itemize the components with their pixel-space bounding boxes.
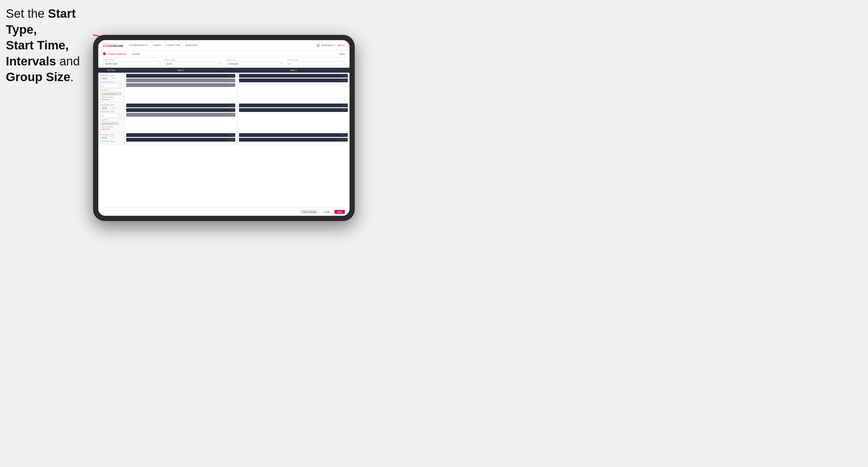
player-remove-icon[interactable]: ✕ — [229, 104, 231, 107]
player-avatar — [344, 134, 347, 136]
player-remove-icon[interactable]: ✕ — [342, 75, 343, 77]
player-row: ✕ — [239, 79, 348, 82]
page-header: C Clippd Invitational... / Hosting ‹ Bac… — [98, 51, 349, 57]
starting-time-input-1[interactable] — [101, 77, 112, 80]
starting-hole-label-2: STARTING HOLE: — [101, 111, 122, 113]
course-edit-2[interactable]: ▾ — [117, 122, 118, 124]
team1-col-1: ✕ ✕ ✕ — [124, 73, 237, 102]
player-row: ✕ — [126, 74, 235, 77]
nav-tab-committee[interactable]: COMMITTEE — [166, 43, 181, 47]
cancel-button[interactable]: Cancel — [321, 210, 333, 214]
chevron-down-icon: ▾ — [119, 114, 120, 117]
remove-group-btn-2[interactable]: ○ Remove Group — [101, 126, 122, 128]
save-button[interactable]: Save — [334, 210, 345, 214]
player-avatar — [344, 139, 347, 141]
footer-bar: Reset Changes Cancel Save — [98, 208, 349, 216]
player-remove-icon[interactable]: ✕ — [342, 139, 343, 141]
add-group-btn-2[interactable]: + Add Group — [101, 128, 122, 130]
player-avatar — [232, 104, 234, 107]
group-row-1: STARTING TIME: ⏱ STARTING HOLE: 1 ▾ COUR… — [98, 73, 349, 102]
starting-hole-select-1[interactable]: 1 ▾ — [101, 84, 122, 88]
back-button[interactable]: ‹ Back — [338, 53, 345, 55]
breadcrumb: C Clippd Invitational... / Hosting — [103, 52, 140, 55]
table-header: Tee Time Team 1 Team 2 — [98, 68, 349, 73]
start-time-input[interactable]: 10:00 🕐 — [164, 61, 222, 66]
start-type-select[interactable]: 1st Tee Start ▾ — [103, 61, 161, 66]
remove-group-btn-1[interactable]: ○ Remove Group — [101, 96, 122, 98]
player-remove-icon[interactable]: ✕ — [229, 84, 231, 86]
clock-icon: 🕐 — [218, 63, 220, 65]
player-avatar — [232, 75, 234, 77]
course-tag-1: ⛳ (A) Peachtree GC ✕ ▾ — [101, 92, 122, 95]
player-remove-icon[interactable]: ✕ — [342, 134, 343, 136]
starting-hole-label-1: STARTING HOLE: — [101, 81, 122, 83]
player-remove-icon[interactable]: ✕ — [229, 109, 231, 112]
starting-time-label-2: STARTING TIME: — [101, 104, 122, 106]
avatar — [316, 43, 320, 47]
start-time-label: Start Time — [164, 59, 222, 61]
nav-tab-rankings[interactable]: RANKINGS — [185, 43, 198, 47]
player-avatar — [344, 104, 347, 107]
user-email: blair@clippd.io — [321, 44, 334, 46]
player-remove-icon[interactable]: ✕ — [229, 134, 231, 136]
group-size-select[interactable]: 3 ▾ — [287, 61, 345, 66]
clock-icon-3: ⏱ — [113, 137, 115, 139]
player-row: ✕ — [239, 74, 348, 77]
tablet-device: Powered by clipp... SCOREBOARD TOURNAMEN… — [93, 35, 355, 221]
player-remove-icon[interactable]: ✕ — [229, 80, 231, 82]
clock-icon-2: ⏱ — [113, 107, 115, 109]
player-remove-icon[interactable]: ✕ — [342, 104, 343, 107]
player-remove-icon[interactable]: ✕ — [229, 139, 231, 141]
starting-time-label-3: STARTING TIME: — [101, 134, 122, 135]
player-row: ✕ — [126, 79, 235, 82]
course-edit-1[interactable]: ▾ — [120, 93, 121, 95]
player-avatar — [232, 134, 234, 136]
app-logo: Powered by clipp... SCOREBOARD — [103, 43, 123, 48]
breadcrumb-tournament[interactable]: Clippd Invitational... — [107, 53, 128, 55]
start-type-label: Start Type — [103, 59, 161, 61]
clock-icon-1: ⏱ — [113, 77, 115, 80]
player-avatar — [344, 109, 347, 112]
brand-logo: C — [103, 52, 106, 55]
nav-tab-teams[interactable]: TEAMS — [153, 43, 161, 47]
player-row: ✕ — [126, 108, 235, 112]
add-group-btn-1[interactable]: + Add Group — [101, 99, 122, 100]
starting-time-row-3: ⏱ — [101, 136, 122, 139]
team2-col-2: ✕ ✕ — [237, 102, 350, 132]
starting-time-row-1: ⏱ — [101, 77, 122, 80]
player-row: ✕ — [239, 108, 348, 112]
starting-time-input-2[interactable] — [101, 106, 112, 110]
group-left-3: STARTING TIME: ⏱ STARTING HOLE: — [98, 132, 124, 144]
starting-time-input-3[interactable] — [101, 136, 112, 139]
starting-time-label-1: STARTING TIME: — [101, 74, 122, 76]
player-remove-icon[interactable]: ✕ — [342, 80, 343, 82]
team2-col-3: ✕ ✕ — [237, 132, 350, 144]
player-row-empty: ✕ — [126, 113, 235, 117]
course-tag-2: ⛳ East Lake GC ✕ ▾ — [101, 122, 119, 125]
player-remove-icon[interactable]: ✕ — [342, 109, 343, 112]
player-remove-icon[interactable]: ✕ — [229, 75, 231, 77]
annotation-text: Set the Start Type, Start Time, Interval… — [6, 6, 87, 85]
player-remove-icon[interactable]: ✕ — [229, 114, 231, 116]
start-type-group: Start Type 1st Tee Start ▾ — [103, 59, 161, 66]
nav-tabs: TOURNAMENTS TEAMS COMMITTEE RANKINGS — [129, 43, 316, 47]
intervals-select[interactable]: 10 Minutes ▾ — [226, 61, 283, 66]
player-row: ✕ — [126, 133, 235, 137]
player-avatar — [232, 109, 234, 112]
team2-col-1: ✕ ✕ — [237, 73, 350, 102]
starting-hole-select-2[interactable]: 1 ▾ — [101, 113, 122, 118]
start-time-group: Start Time 10:00 🕐 — [164, 59, 222, 66]
group-size-group: Group Size 3 ▾ — [287, 59, 345, 66]
nav-tab-tournaments[interactable]: TOURNAMENTS — [129, 43, 148, 47]
group-teams-2: ✕ ✕ ✕ ✕ — [124, 102, 349, 132]
controls-row: Start Type 1st Tee Start ▾ Start Time 10… — [98, 57, 349, 68]
nav-user-area: blair@clippd.io | Sign out — [316, 43, 345, 47]
sign-out-link[interactable]: Sign out — [337, 44, 345, 46]
group-left-1: STARTING TIME: ⏱ STARTING HOLE: 1 ▾ COUR… — [98, 73, 124, 102]
group-left-2: STARTING TIME: ⏱ STARTING HOLE: 1 ▾ COUR… — [98, 102, 124, 132]
course-remove-1[interactable]: ✕ — [118, 93, 119, 95]
player-row: ✕ — [126, 138, 235, 142]
schedule-table: Tee Time Team 1 Team 2 STARTING TIME: ⏱ … — [98, 68, 349, 208]
course-remove-2[interactable]: ✕ — [115, 122, 116, 124]
reset-changes-button[interactable]: Reset Changes — [300, 210, 319, 214]
